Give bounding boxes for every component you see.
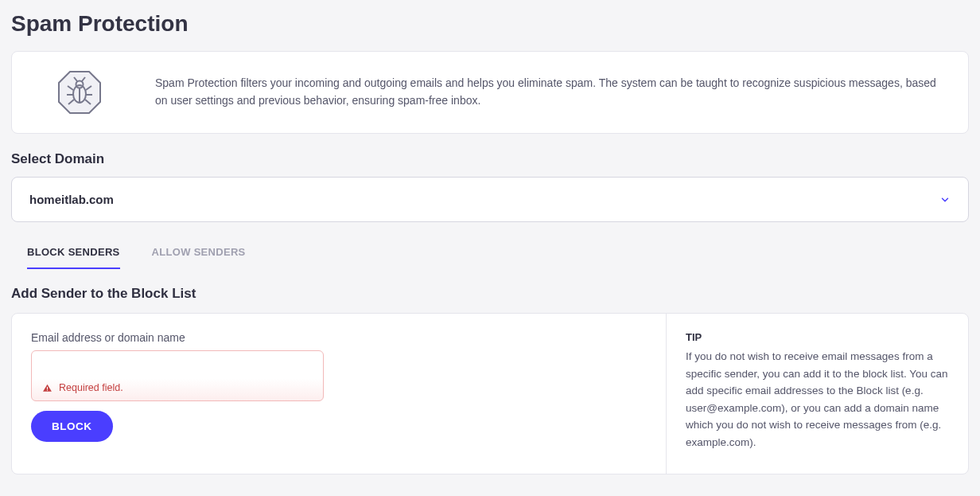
domain-select-value: homeitlab.com — [29, 193, 114, 206]
tab-allow-senders[interactable]: ALLOW SENDERS — [152, 246, 246, 269]
intro-card: Spam Protection filters your incoming an… — [11, 51, 969, 134]
block-panel: Email address or domain name Required fi… — [11, 313, 969, 475]
email-field-label: Email address or domain name — [31, 331, 647, 344]
tab-block-senders[interactable]: BLOCK SENDERS — [27, 246, 120, 269]
spam-bug-icon — [36, 69, 123, 115]
chevron-down-icon — [939, 194, 951, 205]
sender-tabs: BLOCK SENDERS ALLOW SENDERS — [11, 246, 969, 270]
select-domain-label: Select Domain — [11, 151, 969, 167]
intro-description: Spam Protection filters your incoming an… — [155, 75, 944, 109]
domain-select[interactable]: homeitlab.com — [11, 177, 969, 222]
page-title: Spam Protection — [11, 11, 969, 37]
email-or-domain-input[interactable] — [31, 350, 324, 401]
tip-body: If you do not wish to receive email mess… — [686, 348, 949, 451]
tip-title: TIP — [686, 331, 949, 343]
block-button[interactable]: BLOCK — [31, 411, 113, 442]
block-form-heading: Add Sender to the Block List — [11, 286, 969, 302]
